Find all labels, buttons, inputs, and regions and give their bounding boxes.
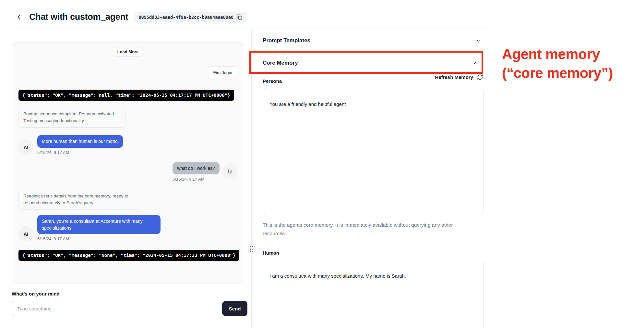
send-button[interactable]: Send [222,301,247,316]
user-avatar: U [222,164,237,179]
agent-id-value: 8095dd33-aaad-4f9a-b2cc-b9a84aee69a8 [138,15,233,20]
message-timestamp: 5/15/24, 9:17 AM [173,177,220,182]
code-message: {"status": "OK", "message": null, "time"… [18,90,234,101]
composer: What's on your mind Send [12,291,247,316]
core-memory-section-header[interactable]: Core Memory [263,59,483,67]
user-message-row: what do I work as? 5/15/24, 9:17 AM U [18,162,237,182]
ai-message-row: AI More human than human is our motto. 5… [18,135,237,155]
prompt-templates-title: Prompt Templates [263,37,310,44]
refresh-memory-button[interactable]: Refresh Memory [435,74,483,80]
code-message: {"status": "OK", "message": "None", "tim… [18,250,239,261]
ai-message-row: AI Sarah, you're a consultant at Accentu… [18,215,237,241]
chevron-down-icon [475,38,481,44]
persona-textarea[interactable]: You are a friendly and helpful agent [263,88,484,215]
system-message: Reading user's details from the core mem… [18,189,141,210]
human-textarea[interactable]: I am a consultant with many specializati… [263,260,484,328]
human-label: Human [263,250,483,256]
header: Chat with custom_agent 8095dd33-aaad-4f9… [14,12,247,22]
copy-icon [237,14,242,20]
core-memory-title: Core Memory [263,60,298,66]
chevron-up-icon [473,60,479,66]
message-timestamp: 5/15/24, 9:17 AM [37,236,161,241]
agent-id-badge: 8095dd33-aaad-4f9a-b2cc-b9a84aee69a8 [134,12,247,22]
prompt-templates-section-header[interactable]: Prompt Templates [263,29,483,44]
section-divider [263,52,483,52]
annotation-line-1: Agent memory [502,45,613,64]
annotation-line-2: (“core memory”) [502,64,613,82]
core-memory-description: This is the agents core memory. It is im… [263,221,464,238]
system-message: Bootup sequence complete. Persona activa… [18,107,125,128]
copy-agent-id-button[interactable] [237,14,242,20]
ai-avatar: AI [18,140,33,155]
load-more-button[interactable]: Load More [112,47,145,57]
ai-message-bubble: More human than human is our motto. [37,135,123,148]
back-button[interactable] [14,13,23,22]
chevron-left-icon [15,14,22,21]
annotation-text: Agent memory (“core memory”) [502,45,613,82]
message-input[interactable] [12,301,218,316]
panel-divider [251,29,252,328]
refresh-icon [477,74,483,80]
chat-history-panel: Load More First login {"status": "OK", "… [12,42,244,284]
user-message-bubble: what do I work as? [173,162,220,175]
composer-label: What's on your mind [12,291,247,296]
page-title: Chat with custom_agent [29,12,128,22]
app-window: Chat with custom_agent 8095dd33-aaad-4f9… [0,0,644,328]
first-login-button[interactable]: First login [208,66,237,79]
ai-avatar: AI [18,226,33,241]
panel-resize-handle[interactable] [248,244,255,254]
agent-settings-panel: Prompt Templates Core Memory Refresh Mem… [263,29,483,328]
refresh-memory-label: Refresh Memory [435,74,473,80]
message-timestamp: 5/15/24, 9:17 AM [37,150,123,155]
ai-message-bubble: Sarah, you're a consultant at Accenture … [37,215,161,234]
